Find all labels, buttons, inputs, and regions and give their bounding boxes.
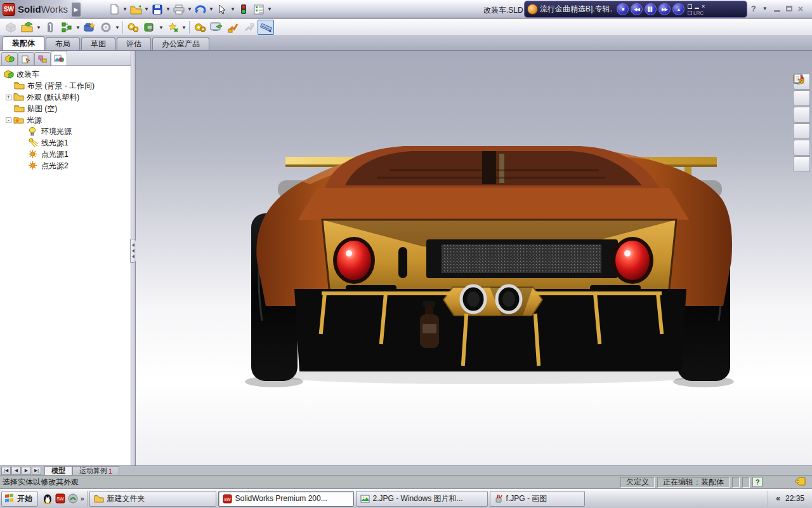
player-restore-icon[interactable]: [688, 4, 692, 9]
new-dropdown[interactable]: ▼: [122, 6, 128, 12]
forward-button[interactable]: ▶▶: [658, 3, 671, 15]
tab-nav-last[interactable]: ▶|: [32, 467, 41, 475]
solidworks-quicklaunch-icon[interactable]: SW: [55, 493, 65, 504]
tree-row-lights[interactable]: - 光源: [1, 114, 129, 126]
tag-icon[interactable]: [794, 477, 806, 488]
close-button[interactable]: ×: [798, 6, 803, 12]
move-component-dropdown[interactable]: ▼: [114, 25, 121, 30]
select-button[interactable]: [214, 2, 230, 17]
lrc-label: LRC: [693, 10, 704, 16]
explode-sketch-lines-icon[interactable]: [241, 20, 258, 35]
pause-button[interactable]: ▌▌: [645, 3, 657, 15]
options-dropdown[interactable]: ▼: [266, 6, 273, 12]
help-dropdown[interactable]: ▼: [762, 6, 768, 11]
view-palette-icon[interactable]: [793, 123, 810, 139]
open-dropdown[interactable]: ▼: [143, 6, 150, 12]
tray-chevron[interactable]: «: [776, 494, 780, 503]
file-explorer-icon[interactable]: [793, 107, 810, 123]
start-button[interactable]: 开始: [1, 491, 38, 507]
mate-dropdown[interactable]: ▼: [75, 25, 81, 30]
qq-icon[interactable]: [43, 493, 53, 504]
edit-component-icon[interactable]: [3, 20, 19, 35]
design-library-icon[interactable]: [793, 90, 810, 106]
collapse-toggle[interactable]: -: [6, 117, 11, 123]
exploded-view-icon[interactable]: [225, 20, 241, 35]
new-document-button[interactable]: [107, 2, 122, 17]
stop-button[interactable]: ■: [617, 3, 629, 15]
instant3d-icon[interactable]: [258, 20, 274, 35]
tab-assembly[interactable]: 装配体: [3, 36, 44, 50]
appearances-scenes-icon[interactable]: [793, 140, 810, 156]
task-paint[interactable]: f.JPG - 画图: [490, 491, 585, 507]
appearance-wand-dropdown[interactable]: ▼: [181, 25, 187, 30]
smart-fasteners-icon[interactable]: [81, 20, 98, 35]
assembly-features-icon[interactable]: [125, 20, 141, 35]
tree-row-ambient[interactable]: 环境光源: [1, 126, 129, 137]
rebuild-button[interactable]: [236, 2, 251, 17]
assembly-visualization-icon[interactable]: [208, 20, 225, 35]
track-title: 流行金曲精选B].专辑.: [540, 4, 615, 15]
tab-evaluate[interactable]: 评估: [117, 37, 151, 50]
quicklaunch-overflow-chevron[interactable]: »: [81, 495, 84, 502]
insert-components-icon[interactable]: [19, 20, 36, 35]
panel-tabs: [0, 51, 131, 66]
player-minimize-icon[interactable]: [695, 4, 699, 9]
tree-row-directional1[interactable]: 线光源1: [1, 137, 129, 149]
restore-button[interactable]: [786, 6, 792, 11]
save-dropdown[interactable]: ▼: [165, 6, 171, 12]
tab-nav-first[interactable]: |◀: [1, 467, 11, 475]
reference-geometry-icon[interactable]: [141, 20, 158, 35]
open-button[interactable]: [128, 2, 143, 17]
3d-viewport[interactable]: [136, 51, 812, 465]
expand-toggle[interactable]: +: [6, 95, 11, 100]
media-player-overlay: 流行金曲精选B].专辑. ■ ◀◀ ▌▌ ▶▶ ▲ × LRC: [524, 1, 747, 18]
quick-tips-button[interactable]: ?: [752, 477, 763, 487]
attachment-icon[interactable]: [42, 20, 58, 35]
rewind-button[interactable]: ◀◀: [631, 3, 643, 15]
displaymanager-tab[interactable]: [51, 51, 67, 65]
custom-properties-icon[interactable]: [793, 156, 810, 172]
mate-icon[interactable]: [58, 20, 75, 35]
svg-text:SW: SW: [224, 497, 231, 501]
insert-components-dropdown[interactable]: ▼: [36, 25, 42, 30]
print-dropdown[interactable]: ▼: [187, 6, 193, 12]
emule-icon[interactable]: [68, 493, 78, 504]
help-button[interactable]: ?: [751, 4, 756, 13]
paint-icon: [494, 494, 503, 503]
tree-row-point1[interactable]: 点光源1: [1, 149, 129, 160]
reference-geometry-dropdown[interactable]: ▼: [158, 25, 164, 30]
task-picture-viewer[interactable]: 2.JPG - Windows 图片和...: [356, 491, 488, 507]
minimize-button[interactable]: [774, 6, 780, 12]
model-tab[interactable]: 模型: [44, 466, 72, 475]
tree-row-decals[interactable]: 贴图 (空): [1, 103, 129, 114]
tab-sketch[interactable]: 草图: [81, 37, 115, 50]
task-solidworks[interactable]: SW SolidWorks Premium 200...: [218, 491, 354, 507]
menu-expand-chevron[interactable]: ▶: [72, 3, 81, 17]
solidworks-logo-icon: SW: [3, 3, 15, 16]
tab-office-products[interactable]: 办公室产品: [152, 37, 209, 50]
undo-button[interactable]: [193, 2, 208, 17]
tab-nav-prev[interactable]: ◀: [11, 467, 21, 475]
tree-row-scene[interactable]: 布景 (背景 - 工作间): [1, 80, 129, 91]
motion-gears-icon[interactable]: [192, 20, 208, 35]
appearance-wand-icon[interactable]: [164, 20, 181, 35]
options-button[interactable]: [251, 2, 266, 17]
eject-button[interactable]: ▲: [672, 3, 684, 15]
lrc-checkbox[interactable]: [688, 11, 692, 15]
tab-layout[interactable]: 布局: [46, 37, 80, 50]
tree-row-appearance[interactable]: + 外观 (默认塑料): [1, 91, 129, 103]
player-close-icon[interactable]: ×: [702, 4, 705, 10]
featuremanager-tree-tab[interactable]: [1, 52, 18, 65]
tab-nav-next[interactable]: ▶: [22, 467, 31, 475]
tree-row-point2[interactable]: 点光源2: [1, 160, 129, 171]
select-dropdown[interactable]: ▼: [230, 6, 236, 12]
move-component-icon[interactable]: [98, 20, 114, 35]
save-button[interactable]: [150, 2, 165, 17]
undo-dropdown[interactable]: ▼: [208, 6, 214, 12]
propertymanager-tab[interactable]: [18, 52, 34, 65]
motion-study-tab[interactable]: 运动算例 1: [72, 466, 119, 475]
configurationmanager-tab[interactable]: [34, 52, 51, 65]
task-new-folder[interactable]: 新建文件夹: [89, 491, 216, 507]
tree-row-root[interactable]: 改装车: [1, 69, 129, 80]
print-button[interactable]: [171, 2, 187, 17]
